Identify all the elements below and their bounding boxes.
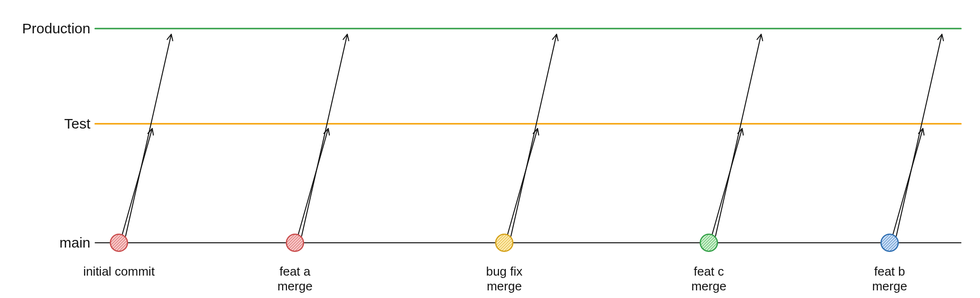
svg-line-1 (152, 129, 153, 135)
svg-line-0 (122, 129, 152, 236)
svg-line-66 (715, 34, 761, 236)
svg-line-21 (298, 129, 328, 236)
diagram-stage: Production Test main initial commit feat… (0, 0, 980, 298)
svg-line-88 (942, 34, 943, 41)
svg-line-4 (171, 34, 173, 41)
svg-line-22 (328, 129, 329, 135)
arrow-to-production (511, 34, 558, 236)
svg-line-63 (712, 129, 742, 236)
svg-line-45 (511, 34, 557, 236)
svg-line-42 (507, 129, 538, 236)
svg-line-3 (126, 34, 171, 236)
arrow-to-production (302, 34, 349, 236)
svg-line-46 (557, 34, 558, 41)
svg-line-85 (923, 129, 924, 135)
arrow-to-production (126, 34, 173, 236)
svg-line-87 (896, 34, 942, 236)
arrow-to-production (896, 34, 943, 236)
svg-line-64 (742, 129, 743, 135)
svg-line-67 (761, 34, 763, 41)
svg-line-43 (538, 129, 539, 135)
svg-line-24 (302, 34, 347, 236)
svg-line-84 (892, 129, 923, 236)
svg-line-25 (347, 34, 349, 41)
diagram-svg (0, 0, 980, 298)
arrow-to-production (715, 34, 763, 236)
